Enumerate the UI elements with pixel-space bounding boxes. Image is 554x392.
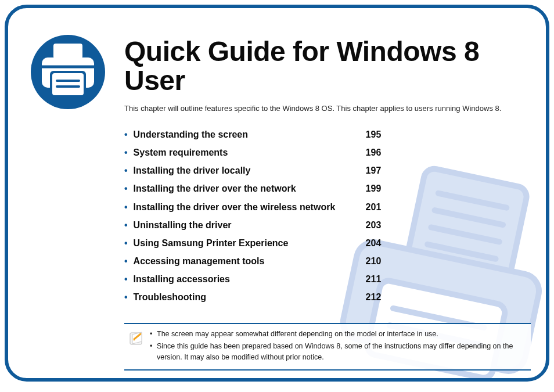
toc-label: Uninstalling the driver bbox=[134, 216, 366, 234]
table-of-contents: Understanding the screen195 System requi… bbox=[132, 125, 511, 307]
toc-label: Installing the driver locally bbox=[134, 161, 366, 179]
toc-page: 195 bbox=[366, 125, 401, 143]
svg-rect-10 bbox=[53, 44, 82, 59]
toc-item[interactable]: Troubleshooting212 bbox=[132, 288, 511, 306]
toc-label: Accessing management tools bbox=[134, 252, 366, 270]
note-box: The screen may appear somewhat different… bbox=[124, 323, 531, 371]
toc-page: 196 bbox=[366, 143, 401, 161]
toc-page: 212 bbox=[366, 288, 401, 306]
toc-item[interactable]: Using Samsung Printer Experience204 bbox=[132, 234, 511, 252]
toc-item[interactable]: Understanding the screen195 bbox=[132, 125, 511, 143]
toc-page: 197 bbox=[366, 161, 401, 179]
note-list: The screen may appear somewhat different… bbox=[150, 329, 526, 365]
toc-label: Understanding the screen bbox=[134, 125, 366, 143]
page-frame: Quick Guide for Windows 8 User This chap… bbox=[5, 5, 549, 382]
note-icon bbox=[129, 331, 144, 365]
toc-label: Installing accessories bbox=[134, 270, 366, 288]
toc-page: 201 bbox=[366, 198, 401, 216]
note-item: Since this guide has been prepared based… bbox=[150, 341, 526, 363]
page-title: Quick Guide for Windows 8 User bbox=[124, 37, 511, 96]
toc-item[interactable]: Installing the driver over the network19… bbox=[132, 179, 511, 197]
toc-page: 210 bbox=[366, 252, 401, 270]
note-item: The screen may appear somewhat different… bbox=[150, 329, 526, 340]
toc-label: Using Samsung Printer Experience bbox=[134, 234, 366, 252]
toc-item[interactable]: Installing accessories211 bbox=[132, 270, 511, 288]
toc-page: 211 bbox=[366, 270, 401, 288]
svg-rect-14 bbox=[52, 73, 84, 95]
toc-item[interactable]: Installing the driver locally197 bbox=[132, 161, 511, 179]
content-area: Quick Guide for Windows 8 User This chap… bbox=[124, 37, 511, 371]
toc-label: Installing the driver over the wireless … bbox=[134, 198, 366, 216]
toc-item[interactable]: Installing the driver over the wireless … bbox=[132, 198, 511, 216]
toc-label: Troubleshooting bbox=[134, 288, 366, 306]
toc-item[interactable]: Uninstalling the driver203 bbox=[132, 216, 511, 234]
printer-icon bbox=[30, 34, 106, 112]
toc-page: 203 bbox=[366, 216, 401, 234]
toc-item[interactable]: System requirements196 bbox=[132, 143, 511, 161]
toc-label: System requirements bbox=[134, 143, 366, 161]
toc-item[interactable]: Accessing management tools210 bbox=[132, 252, 511, 270]
toc-page: 199 bbox=[366, 179, 401, 197]
intro-text: This chapter will outline features speci… bbox=[124, 104, 511, 113]
toc-page: 204 bbox=[366, 234, 401, 252]
toc-label: Installing the driver over the network bbox=[134, 179, 366, 197]
